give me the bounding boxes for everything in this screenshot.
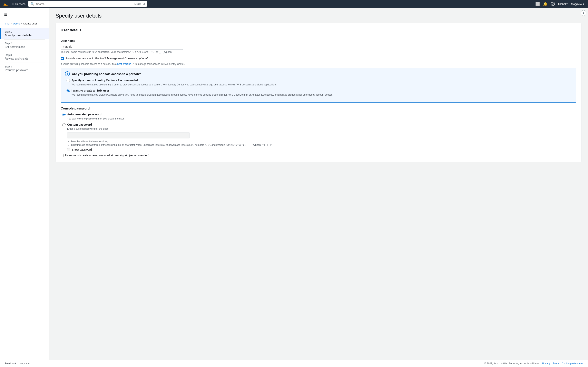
ext-link-icon: ↗ <box>132 63 134 66</box>
sidebar-toggle[interactable]: ☰ <box>0 11 49 20</box>
notifications-button[interactable]: 🔔 <box>542 1 549 7</box>
username-field: User name The user name can have up to 6… <box>61 39 576 53</box>
step-4-label: Step 4 <box>5 65 45 68</box>
radio-identity-option: Specify a user in Identity Center - Reco… <box>65 79 572 86</box>
user-menu[interactable]: MaggieW ▾ <box>570 2 586 6</box>
card-title: User details <box>61 28 576 35</box>
steps-navigation: Step 1 Specify user details Step 2 Set p… <box>0 27 49 75</box>
breadcrumb-users[interactable]: Users <box>13 22 20 25</box>
services-menu[interactable]: ⊞ Services <box>11 1 27 7</box>
content-area: Specify user details User details User n… <box>49 8 588 360</box>
sidebar: ☰ IAM › Users › Create user Step 1 Speci… <box>0 8 49 360</box>
console-access-checkbox[interactable] <box>61 57 64 60</box>
radio-identity-row: Specify a user in Identity Center - Reco… <box>67 79 572 83</box>
radio-identity-label[interactable]: Specify a user in Identity Center - Reco… <box>71 79 138 82</box>
breadcrumb-sep-2: › <box>21 22 22 25</box>
best-practice-link[interactable]: best practice <box>117 63 131 66</box>
cookie-preferences-link[interactable]: Cookie preferences <box>562 362 583 365</box>
custom-password-input[interactable] <box>67 132 190 138</box>
step-4-title: Retrieve password <box>5 68 45 72</box>
console-label-text: Provide user access to the AWS Managemen… <box>66 57 137 60</box>
radio-autogen-input[interactable] <box>62 113 66 116</box>
footer: Feedback Language © 2023, Amazon Web Ser… <box>0 360 588 367</box>
username-input[interactable] <box>61 44 183 50</box>
bell-icon: 🔔 <box>543 2 548 6</box>
hamburger-icon[interactable]: ☰ <box>3 12 8 17</box>
terminal-icon: ⬜ <box>535 2 540 6</box>
grid-icon: ⊞ <box>12 2 15 6</box>
must-change-password-row: Users must create a new password at next… <box>61 154 576 157</box>
feedback-link[interactable]: Feedback <box>5 362 16 365</box>
info-panel-button[interactable]: i <box>581 10 586 16</box>
console-password-label: Console password <box>61 107 576 110</box>
console-access-label[interactable]: Provide user access to the AWS Managemen… <box>66 57 148 60</box>
main-container: ☰ IAM › Users › Create user Step 1 Speci… <box>0 8 588 360</box>
must-change-label[interactable]: Users must create a new password at next… <box>65 154 150 157</box>
radio-iam-row: I want to create an IAM user <box>67 89 572 93</box>
radio-iam-label[interactable]: I want to create an IAM user <box>71 89 109 92</box>
console-access-row: Provide user access to the AWS Managemen… <box>61 57 576 60</box>
step-divider-2 <box>4 51 45 51</box>
privacy-link[interactable]: Privacy <box>542 362 550 365</box>
step-1[interactable]: Step 1 Specify user details <box>0 28 49 39</box>
info-letter: i <box>67 72 68 75</box>
step-4[interactable]: Step 4 Retrieve password <box>0 63 49 74</box>
custom-radio-row: Custom password <box>62 123 576 127</box>
radio-identity-desc: We recommend that you use Identity Cente… <box>71 83 572 86</box>
language-selector[interactable]: Language <box>18 362 29 365</box>
nav-right: ⬜ 🔔 ? Global ▾ MaggieW ▾ <box>534 1 586 7</box>
console-password-section: Console password Autogenerated password … <box>61 107 576 157</box>
console-optional-text: optional <box>137 57 148 60</box>
radio-iam-desc: We recommend that you create IAM users o… <box>71 93 572 97</box>
info-box-header: i Are you providing console access to a … <box>65 71 572 76</box>
radio-iam-input[interactable] <box>67 89 70 92</box>
search-shortcut: [Option+S] <box>134 3 145 5</box>
user-details-card: User details User name The user name can… <box>56 23 581 162</box>
copyright-text: © 2023, Amazon Web Services, Inc. or its… <box>484 362 540 365</box>
search-bar[interactable]: 🔍 [Option+S] <box>28 1 147 7</box>
console-hint: If you're providing console access to a … <box>61 63 576 66</box>
step-divider-3 <box>4 63 45 63</box>
autogen-radio-row: Autogenerated password <box>62 113 576 117</box>
step-3-title: Review and create <box>5 57 45 60</box>
chevron-down-icon: ▾ <box>566 2 568 6</box>
radio-identity-input[interactable] <box>67 79 70 82</box>
show-password-checkbox[interactable] <box>67 148 70 151</box>
help-button[interactable]: ? <box>550 1 556 7</box>
step-divider-1 <box>4 39 45 40</box>
info-box-title: Are you providing console access to a pe… <box>72 72 141 76</box>
radio-custom-label[interactable]: Custom password <box>67 123 92 126</box>
show-password-label[interactable]: Show password <box>72 148 92 151</box>
step-2-title: Set permissions <box>5 45 45 49</box>
terminal-icon-button[interactable]: ⬜ <box>534 1 541 7</box>
aws-logo[interactable] <box>2 1 9 7</box>
region-selector[interactable]: Global ▾ <box>557 2 569 6</box>
search-icon: 🔍 <box>30 2 35 6</box>
breadcrumb-current: Create user <box>23 22 37 25</box>
chevron-down-icon: ▾ <box>583 2 584 6</box>
console-hint-before: If you're providing console access to a … <box>61 63 117 66</box>
info-circle-icon: i <box>65 71 70 76</box>
breadcrumb-sep-1: › <box>11 22 12 25</box>
custom-password-option: Custom password Enter a custom password … <box>61 123 576 151</box>
radio-custom-desc: Enter a custom password for the user. <box>67 127 576 131</box>
step-3[interactable]: Step 3 Review and create <box>0 52 49 62</box>
username-hint: The user name can have up to 64 characte… <box>61 50 576 53</box>
radio-custom-input[interactable] <box>62 123 66 126</box>
console-hint-after: to manage their access in IAM Identity C… <box>135 63 185 66</box>
info-icon: i <box>583 11 584 15</box>
breadcrumb-iam[interactable]: IAM <box>5 22 9 25</box>
username-label: User name <box>61 39 576 42</box>
top-navigation: ⊞ Services 🔍 [Option+S] ⬜ 🔔 ? Global ▾ M… <box>0 0 588 8</box>
user-name: MaggieW <box>571 2 582 6</box>
must-change-checkbox[interactable] <box>61 154 63 157</box>
breadcrumb: IAM › Users › Create user <box>0 20 49 27</box>
step-2[interactable]: Step 2 Set permissions <box>0 40 49 50</box>
footer-right: © 2023, Amazon Web Services, Inc. or its… <box>484 362 583 365</box>
req-length: Must be at least 8 characters long <box>71 140 576 143</box>
radio-autogen-label[interactable]: Autogenerated password <box>67 113 102 116</box>
region-label: Global <box>558 2 566 6</box>
search-input[interactable] <box>36 2 132 6</box>
question-mark-icon: ? <box>551 2 555 6</box>
terms-link[interactable]: Terms <box>553 362 559 365</box>
